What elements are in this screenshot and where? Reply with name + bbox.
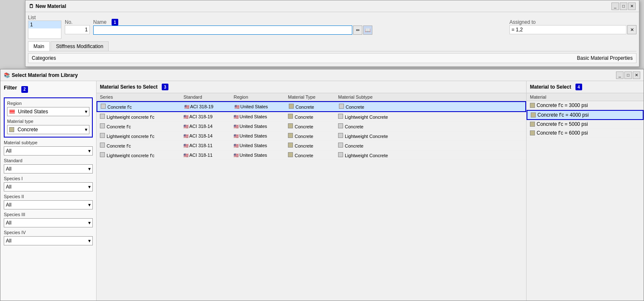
- series-table-header: Series Standard Region Material Type Mat…: [97, 93, 526, 101]
- series-table-row[interactable]: Lightweight concrete f'c 🇺🇸ACI 318-19 🇺🇸…: [97, 112, 526, 122]
- series-table-row[interactable]: Lightweight concrete f'c 🇺🇸ACI 318-11 🇺🇸…: [97, 150, 526, 160]
- material-type-flag-value: Concrete: [9, 127, 38, 133]
- series-table-row[interactable]: Concrete f'c 🇺🇸ACI 318-19 🇺🇸United State…: [97, 101, 526, 112]
- standard-flag: 🇺🇸: [183, 115, 188, 119]
- region-flag: 🇺🇸: [234, 134, 239, 138]
- mattype-cell: Concrete: [285, 113, 335, 120]
- region-cell: 🇺🇸United States: [230, 123, 285, 130]
- region-select[interactable]: United States ▾: [7, 107, 89, 116]
- mat-row-label: Concrete f'c = 6000 psi: [537, 130, 588, 136]
- dialog-minimize-button[interactable]: _: [616, 71, 624, 79]
- list-field: List 1: [28, 15, 61, 39]
- material-table-row[interactable]: Concrete f'c = 5000 psi: [527, 120, 644, 129]
- series-icon: [100, 114, 105, 119]
- col-header-matsubtype: Material Subtype: [335, 94, 410, 99]
- close-button[interactable]: ✕: [628, 3, 636, 10]
- matsubtype-cell: Lightweight Concrete: [335, 113, 410, 120]
- filter-title: Filter: [4, 84, 17, 91]
- name-input[interactable]: [93, 26, 352, 35]
- species2-value: All: [6, 202, 11, 208]
- material-to-select-panel: Material to Select 4 Material Concrete f…: [527, 81, 644, 301]
- material-table-row[interactable]: Concrete f'c = 4000 psi: [527, 110, 644, 120]
- mat-row-icon: [530, 103, 535, 108]
- material-table-row[interactable]: Concrete f'c = 3000 psi: [527, 101, 644, 110]
- matsubtype-cell: Lightweight Concrete: [335, 151, 410, 159]
- dialog-title: 📚 Select Material from Library: [4, 72, 78, 78]
- material-subtype-dropdown-arrow: ▾: [88, 148, 91, 154]
- dialog-maximize-button[interactable]: □: [624, 71, 632, 79]
- series-cell: Concrete f'c: [97, 142, 180, 149]
- series-table-row[interactable]: Concrete f'c 🇺🇸ACI 318-14 🇺🇸United State…: [97, 122, 526, 131]
- species1-select[interactable]: All ▾: [4, 182, 93, 191]
- series-table-body: Concrete f'c 🇺🇸ACI 318-19 🇺🇸United State…: [97, 101, 526, 301]
- list-box[interactable]: 1: [28, 20, 61, 39]
- matsubtype-icon: [338, 114, 343, 119]
- standard-cell: 🇺🇸ACI 318-11: [180, 152, 230, 158]
- material-subtype-select[interactable]: All ▾: [4, 146, 93, 156]
- standard-flag: 🇺🇸: [184, 105, 189, 109]
- series-cell: Lightweight concrete f'c: [97, 151, 180, 159]
- mattype-cell: Concrete: [285, 151, 335, 159]
- mattype-cell: Concrete: [285, 142, 335, 149]
- assigned-label: Assigned to: [509, 19, 636, 25]
- material-type-dropdown-arrow: ▾: [85, 127, 87, 133]
- list-item-1[interactable]: 1: [28, 21, 61, 28]
- matsubtype-icon: [339, 104, 344, 109]
- species4-value: All: [6, 238, 11, 244]
- matsubtype-cell: Lightweight Concrete: [335, 132, 410, 140]
- no-input[interactable]: [65, 25, 90, 34]
- series-table-row[interactable]: Concrete f'c 🇺🇸ACI 318-11 🇺🇸United State…: [97, 141, 526, 150]
- minimize-button[interactable]: _: [611, 3, 619, 10]
- assigned-clear-button[interactable]: ✕: [627, 25, 636, 34]
- material-table-row[interactable]: Concrete f'c = 6000 psi: [527, 129, 644, 138]
- assigned-input[interactable]: [509, 25, 626, 34]
- matsubtype-icon: [338, 152, 343, 157]
- material-panel-title: Material to Select: [530, 84, 571, 90]
- mattype-cell: Concrete: [285, 132, 335, 140]
- no-label: No.: [65, 19, 90, 25]
- dialog-close-button[interactable]: ✕: [633, 71, 640, 79]
- concrete-icon: [9, 127, 14, 132]
- series-panel-header: Material Series to Select 3: [97, 81, 526, 93]
- assigned-field: Assigned to ✕: [509, 19, 636, 34]
- mattype-icon: [288, 143, 293, 148]
- series-panel-badge: 3: [162, 84, 168, 90]
- standard-cell: 🇺🇸ACI 318-19: [180, 113, 230, 120]
- matsubtype-cell: Concrete: [336, 103, 411, 110]
- mat-row-label: Concrete f'c = 5000 psi: [537, 121, 588, 127]
- region-material-group: Region United States ▾ Material type Con…: [4, 97, 93, 138]
- dialog-body: Filter 2 Region United States ▾ Material…: [0, 81, 644, 301]
- edit-icon-button[interactable]: ✏: [353, 26, 362, 35]
- series-icon: [100, 133, 105, 138]
- mattype-icon: [288, 152, 293, 157]
- maximize-button[interactable]: □: [620, 3, 627, 10]
- species4-select[interactable]: All ▾: [4, 236, 93, 245]
- species4-label: Species IV: [4, 230, 93, 235]
- species1-value: All: [6, 184, 11, 190]
- standard-flag: 🇺🇸: [183, 124, 188, 129]
- material-type-select[interactable]: Concrete ▾: [7, 125, 89, 134]
- series-table-row[interactable]: Lightweight concrete f'c 🇺🇸ACI 318-14 🇺🇸…: [97, 131, 526, 141]
- species3-select[interactable]: All ▾: [4, 218, 93, 227]
- tab-stiffness[interactable]: Stiffness Modification: [51, 41, 109, 51]
- library-icon-button[interactable]: 📖: [363, 26, 372, 35]
- new-material-icon: 🗒: [29, 3, 34, 9]
- dialog-title-text: Select Material from Library: [12, 72, 78, 78]
- mat-row-icon: [531, 112, 536, 117]
- mat-row-icon: [530, 130, 535, 135]
- species2-select[interactable]: All ▾: [4, 200, 93, 209]
- filter-panel: Filter 2 Region United States ▾ Material…: [0, 81, 97, 301]
- dialog-titlebar: 📚 Select Material from Library _ □ ✕: [0, 69, 644, 81]
- mattype-icon: [288, 133, 293, 138]
- species2-label: Species II: [4, 194, 93, 199]
- mattype-icon: [289, 104, 294, 109]
- matsubtype-cell: Concrete: [335, 142, 410, 149]
- material-panel-header: Material to Select 4: [527, 81, 644, 93]
- col-header-mattype: Material Type: [285, 94, 335, 99]
- tab-main[interactable]: Main: [28, 41, 50, 51]
- name-label: Name: [93, 19, 107, 25]
- standard-select[interactable]: All ▾: [4, 164, 93, 173]
- region-flag: 🇺🇸: [234, 143, 239, 148]
- species3-label: Species III: [4, 212, 93, 217]
- material-type-label: Material type: [7, 119, 89, 124]
